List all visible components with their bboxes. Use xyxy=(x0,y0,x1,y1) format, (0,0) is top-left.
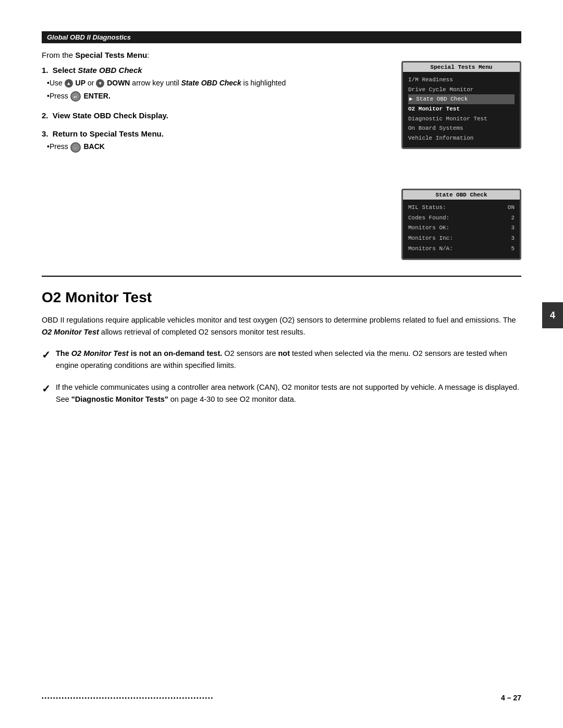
steps-left: From the Special Tests Menu: 1. Select S… xyxy=(42,51,391,260)
section-divider xyxy=(42,276,521,277)
checkmark-2: ✓ xyxy=(42,380,51,397)
page-tab: 4 xyxy=(542,302,563,328)
screen2-label-4: Monitors Inc: xyxy=(408,233,453,244)
screen2-body: MIL Status: ON Codes Found: 2 Monitors O… xyxy=(403,200,520,258)
screen1-item-1: I/M Readiness xyxy=(408,77,453,83)
screen1-body: I/M Readiness Drive Cycle Monitor ▶ Stat… xyxy=(403,72,520,147)
steps-section: From the Special Tests Menu: 1. Select S… xyxy=(42,51,521,260)
screen1-item-3: ▶ State OBD Check xyxy=(408,94,515,104)
step-3-title: 3. Return to Special Tests Menu. xyxy=(42,129,391,138)
header-title: Global OBD II Diagnostics xyxy=(47,33,131,41)
from-text: From the Special Tests Menu: xyxy=(42,51,391,59)
step-2-title: 2. View State OBD Check Display. xyxy=(42,111,391,120)
step-3: 3. Return to Special Tests Menu. •Press … xyxy=(42,129,391,152)
screen1-item-5: Diagnostic Monitor Test xyxy=(408,116,487,122)
check-item-1-text: The O2 Monitor Test is not an on-demand … xyxy=(56,348,521,372)
check-item-1: ✓ The O2 Monitor Test is not an on-deman… xyxy=(42,348,521,372)
step-2: 2. View State OBD Check Display. xyxy=(42,111,391,120)
from-bold: Special Tests Menu xyxy=(75,51,147,59)
screen2-value-4: 3 xyxy=(511,233,515,244)
step-1: 1. Select State OBD Check •Use ▲ UP or ▼… xyxy=(42,66,391,102)
page-container: Global OBD II Diagnostics From the Speci… xyxy=(0,0,563,728)
footer: ••••••••••••••••••••••••••••••••••••••••… xyxy=(42,694,521,702)
screen2-value-5: 5 xyxy=(511,244,515,254)
step-3-bullet-1: •Press ← BACK xyxy=(47,141,391,152)
screen1-item-4: O2 Monitor Test xyxy=(408,106,460,112)
screen2-row-4: Monitors Inc: 3 xyxy=(408,233,515,244)
screen2-row-5: Monitors N/A: 5 xyxy=(408,244,515,254)
screen2-row-2: Codes Found: 2 xyxy=(408,213,515,224)
from-colon: : xyxy=(147,51,149,59)
screen2-label-5: Monitors N/A: xyxy=(408,244,453,254)
screen2-label-2: Codes Found: xyxy=(408,213,449,224)
check-item-2: ✓ If the vehicle communicates using a co… xyxy=(42,381,521,405)
screen2-title: State OBD Check xyxy=(403,190,520,200)
down-icon: ▼ xyxy=(96,79,104,88)
check-items-list: ✓ The O2 Monitor Test is not an on-deman… xyxy=(42,348,521,405)
screen2-value-3: 3 xyxy=(511,223,515,233)
step-1-body: •Use ▲ UP or ▼ DOWN arrow key until Stat… xyxy=(42,78,391,102)
step-3-body: •Press ← BACK xyxy=(42,141,391,152)
screen-mockup-1: Special Tests Menu I/M Readiness Drive C… xyxy=(401,61,521,149)
checkmark-1: ✓ xyxy=(42,347,51,363)
screen2-value-2: 2 xyxy=(511,213,515,224)
screen2-label-3: Monitors OK: xyxy=(408,223,449,233)
footer-dots: ••••••••••••••••••••••••••••••••••••••••… xyxy=(42,695,496,701)
screen2-label-1: MIL Status: xyxy=(408,203,446,213)
step-1-title: 1. Select State OBD Check xyxy=(42,66,391,75)
body-paragraph: OBD II regulations require applicable ve… xyxy=(42,314,521,338)
screen-mockup-2: State OBD Check MIL Status: ON Codes Fou… xyxy=(401,189,521,260)
footer-page: 4 – 27 xyxy=(501,694,521,702)
step-1-bullet-2: •Press ↵ ENTER. xyxy=(47,91,391,102)
step-1-bullet-1: •Use ▲ UP or ▼ DOWN arrow key until Stat… xyxy=(47,78,391,89)
back-icon: ← xyxy=(70,142,81,153)
steps-right: Special Tests Menu I/M Readiness Drive C… xyxy=(401,51,521,260)
check-item-2-text: If the vehicle communicates using a cont… xyxy=(56,381,521,405)
header-bar: Global OBD II Diagnostics xyxy=(42,31,521,43)
from-prefix: From the xyxy=(42,51,75,59)
screen1-item-7: Vehicle Information xyxy=(408,135,473,141)
section-heading: O2 Monitor Test xyxy=(42,289,521,306)
up-icon: ▲ xyxy=(65,79,73,88)
screen1-item-2: Drive Cycle Monitor xyxy=(408,87,473,93)
screen1-item-6: On Board Systems xyxy=(408,125,463,131)
screen1-title: Special Tests Menu xyxy=(403,63,520,72)
enter-icon: ↵ xyxy=(70,91,81,102)
screen2-row-1: MIL Status: ON xyxy=(408,203,515,213)
screen2-row-3: Monitors OK: 3 xyxy=(408,223,515,233)
screen2-value-1: ON xyxy=(508,203,515,213)
